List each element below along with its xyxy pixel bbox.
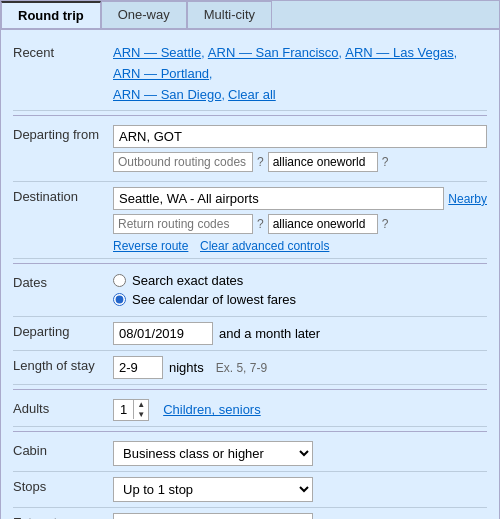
destination-input[interactable]	[113, 187, 444, 210]
extra-stops-select[interactable]: Up to 1 extra stop Up to 2 extra stops	[113, 513, 313, 519]
tab-round-trip[interactable]: Round trip	[1, 1, 101, 28]
cabin-label: Cabin	[13, 441, 113, 458]
departing-suffix: and a month later	[219, 326, 320, 341]
tab-one-way[interactable]: One-way	[101, 1, 187, 28]
exact-dates-label: Search exact dates	[132, 273, 243, 288]
adults-label: Adults	[13, 399, 113, 416]
calendar-dates-radio[interactable]	[113, 293, 126, 306]
return-alliance-input[interactable]	[268, 214, 378, 234]
recent-link-sf[interactable]: ARN — San Francisco	[208, 45, 339, 60]
departing-label: Departing	[13, 322, 113, 339]
recent-link-vegas[interactable]: ARN — Las Vegas	[345, 45, 453, 60]
reverse-route-link[interactable]: Reverse route	[113, 239, 188, 253]
stops-select[interactable]: Nonstop only Up to 1 stop Up to 2 stops …	[113, 477, 313, 502]
calendar-dates-label: See calendar of lowest fares	[132, 292, 296, 307]
extra-stops-label: Extra stops	[13, 513, 113, 519]
adults-down-arrow[interactable]: ▼	[134, 410, 148, 420]
recent-link-seattle[interactable]: ARN — Seattle	[113, 45, 201, 60]
exact-dates-radio[interactable]	[113, 274, 126, 287]
departing-from-label: Departing from	[13, 125, 113, 142]
return-alliance-help[interactable]: ?	[382, 217, 389, 231]
adults-up-arrow[interactable]: ▲	[134, 400, 148, 410]
nights-unit: nights	[169, 360, 204, 375]
length-of-stay-input[interactable]	[113, 356, 163, 379]
outbound-routing-help[interactable]: ?	[257, 155, 264, 169]
nearby-link[interactable]: Nearby	[448, 192, 487, 206]
clear-advanced-link[interactable]: Clear advanced controls	[200, 239, 329, 253]
dates-label: Dates	[13, 273, 113, 290]
return-routing-input[interactable]	[113, 214, 253, 234]
stops-label: Stops	[13, 477, 113, 494]
destination-label: Destination	[13, 187, 113, 204]
recent-links: ARN — Seattle, ARN — San Francisco, ARN …	[113, 43, 487, 105]
length-of-stay-hint: Ex. 5, 7-9	[216, 361, 267, 375]
recent-label: Recent	[13, 43, 113, 60]
departing-from-input[interactable]	[113, 125, 487, 148]
outbound-alliance-input[interactable]	[268, 152, 378, 172]
recent-link-sandiego[interactable]: ARN — San Diego	[113, 87, 221, 102]
cabin-select[interactable]: Economy Premium economy Business class o…	[113, 441, 313, 466]
return-routing-help[interactable]: ?	[257, 217, 264, 231]
adults-value: 1	[114, 400, 134, 419]
tab-multi-city[interactable]: Multi-city	[187, 1, 272, 28]
children-seniors-link[interactable]: Children, seniors	[163, 402, 261, 417]
departing-date-input[interactable]	[113, 322, 213, 345]
recent-clear-all[interactable]: Clear all	[228, 87, 276, 102]
outbound-alliance-help[interactable]: ?	[382, 155, 389, 169]
recent-link-portland[interactable]: ARN — Portland	[113, 66, 209, 81]
outbound-routing-input[interactable]	[113, 152, 253, 172]
length-of-stay-label: Length of stay	[13, 356, 113, 373]
adults-stepper[interactable]: 1 ▲ ▼	[113, 399, 149, 420]
